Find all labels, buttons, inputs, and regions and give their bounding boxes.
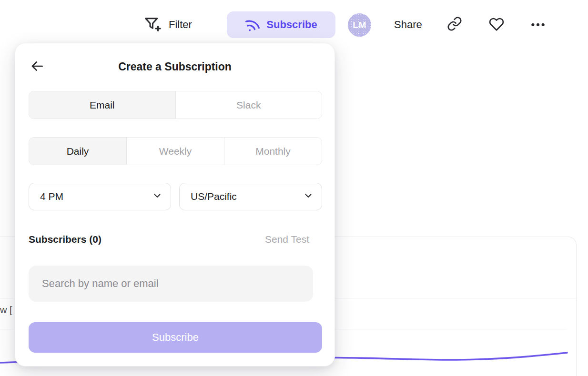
modal-title: Create a Subscription: [15, 60, 335, 73]
send-test-button[interactable]: Send Test: [265, 234, 309, 245]
time-dropdown-value: 4 PM: [29, 191, 63, 202]
toolbar: Filter Subscribe LM Share: [0, 0, 588, 49]
subscriber-search-input[interactable]: [29, 266, 313, 302]
favorite-button[interactable]: [488, 17, 505, 34]
frequency-tabs: Daily Weekly Monthly: [29, 137, 322, 165]
subscribe-label: Subscribe: [266, 19, 317, 31]
filter-button[interactable]: Filter: [143, 16, 192, 34]
time-dropdown[interactable]: 4 PM: [29, 183, 171, 210]
filter-plus-icon: [143, 15, 162, 34]
avatar-initials: LM: [353, 20, 366, 30]
ellipsis-icon: [530, 17, 546, 35]
create-subscription-modal: Create a Subscription Email Slack Daily …: [15, 43, 335, 366]
avatar[interactable]: LM: [348, 13, 371, 37]
timezone-dropdown-value: US/Pacific: [180, 191, 237, 202]
subscribers-count-label: Subscribers (0): [29, 234, 101, 245]
subscribers-row: Subscribers (0) Send Test: [29, 234, 322, 248]
timezone-dropdown[interactable]: US/Pacific: [179, 183, 322, 210]
tab-daily[interactable]: Daily: [29, 138, 126, 165]
rss-icon: [243, 15, 262, 34]
tab-email[interactable]: Email: [29, 91, 175, 119]
share-label: Share: [394, 19, 422, 31]
tab-weekly[interactable]: Weekly: [126, 138, 224, 165]
tab-monthly[interactable]: Monthly: [224, 138, 322, 165]
background-clipped-label: w [: [0, 305, 12, 316]
filter-label: Filter: [169, 19, 192, 31]
link-icon: [447, 16, 462, 33]
more-menu-button[interactable]: [529, 17, 547, 34]
subscribe-toolbar-button[interactable]: Subscribe: [227, 11, 335, 38]
share-button[interactable]: Share: [394, 16, 422, 34]
chevron-down-icon: [303, 190, 314, 203]
channel-tabs: Email Slack: [29, 91, 322, 119]
copy-link-button[interactable]: [446, 16, 463, 33]
subscribe-submit-button[interactable]: Subscribe: [29, 322, 322, 353]
tab-slack[interactable]: Slack: [175, 91, 322, 119]
heart-icon: [489, 17, 504, 34]
chevron-down-icon: [152, 190, 163, 203]
